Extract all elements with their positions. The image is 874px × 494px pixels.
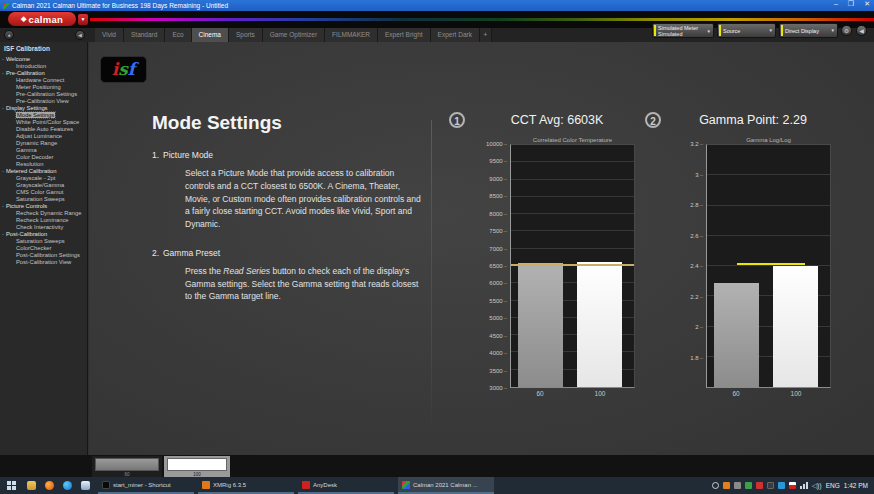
sidebar-item-check-interactivity[interactable]: Check Interactivity (0, 224, 87, 231)
gear-icon[interactable]: ⚙ (841, 25, 852, 36)
x-tick-label: 60 (732, 390, 739, 397)
collapse-sidebar-button[interactable]: ◀ (75, 30, 85, 40)
calman-icon (402, 481, 410, 489)
sidebar-item-metered-calibration[interactable]: -Metered Calibration (0, 168, 87, 175)
sidebar-item-colorchecker[interactable]: ColorChecker (0, 245, 87, 252)
sidebar-item-post-calibration-settings[interactable]: Post-Calibration Settings (0, 252, 87, 259)
sidebar-item-meter-positioning[interactable]: Meter Positioning (0, 84, 87, 91)
collapse-marker-icon: - (2, 105, 4, 111)
meter-dropdown[interactable]: Simulated Meter Simulated ▼ (652, 23, 714, 38)
sidebar-item-saturation-sweeps[interactable]: Saturation Sweeps (0, 196, 87, 203)
tab-eco[interactable]: Eco (165, 28, 191, 42)
y-tick-label: 9000 (489, 176, 507, 182)
y-tick-label: 3000 (489, 385, 507, 391)
tab-game-optimizer[interactable]: Game Optimizer (263, 28, 325, 42)
tab-vivid[interactable]: Vivid (95, 28, 124, 42)
tab-sports[interactable]: Sports (229, 28, 263, 42)
tab-filmmaker[interactable]: FILMMAKER (325, 28, 378, 42)
tab-cinema[interactable]: Cinema (192, 28, 229, 42)
sidebar-item-adjust-luminance[interactable]: Adjust Luminance (0, 133, 87, 140)
main-content: i s f Mode Settings 1. Picture Mode Sele… (89, 42, 874, 455)
sidebar-item-grayscale-gamma[interactable]: Grayscale/Gamma (0, 182, 87, 189)
sidebar-item-pre-calibration-settings[interactable]: Pre-Calibration Settings (0, 91, 87, 98)
taskbar-app-start-miner-shortcut[interactable]: start_miner - Shortcut (98, 477, 194, 494)
sidebar-item-post-calibration[interactable]: -Post-Calibration (0, 231, 87, 238)
hidden-icons-icon[interactable] (712, 482, 719, 489)
cct-average-readout: CCT Avg: 6603K (465, 113, 649, 127)
sidebar-item-pre-calibration-view[interactable]: Pre-Calibration View (0, 98, 87, 105)
sidebar-item-cms-color-gamut[interactable]: CMS Color Gamut (0, 189, 87, 196)
minimize-button[interactable]: – (834, 0, 838, 8)
chart-title: Correlated Color Temperature (510, 137, 635, 143)
firefox-button[interactable] (40, 477, 58, 494)
spectrum-stripe (90, 18, 874, 21)
sidebar-item-dynamic-range[interactable]: Dynamic Range (0, 140, 87, 147)
sidebar-item-saturation-sweeps[interactable]: Saturation Sweeps (0, 238, 87, 245)
sidebar-item-picture-controls[interactable]: -Picture Controls (0, 203, 87, 210)
xmrig-tray-icon[interactable] (723, 482, 730, 489)
sidebar-item-label: Metered Calibration (6, 168, 57, 174)
taskbar-app-calman-2021-calman[interactable]: Calman 2021 Calman ... (398, 477, 494, 494)
sidebar-item-display-settings[interactable]: -Display Settings (0, 105, 87, 112)
sidebar-item-label: Gamma (16, 147, 37, 153)
taskbar-app-xmrig-6-3-5[interactable]: XMRig 6.3.5 (198, 477, 294, 494)
step-number: 1. (152, 150, 163, 160)
sidebar-item-resolution[interactable]: Resolution (0, 161, 87, 168)
sidebar-item-welcome[interactable]: -Welcome (0, 56, 87, 63)
gray-pattern-swatch (95, 458, 159, 471)
tab-standard[interactable]: Standard (124, 28, 165, 42)
sidebar-item-recheck-luminance[interactable]: Recheck Luminance (0, 217, 87, 224)
sidebar-item-mode-settings[interactable]: Mode Settings (0, 112, 87, 119)
bar-60 (714, 283, 758, 387)
sidebar-item-disable-auto-features[interactable]: Disable Auto Features (0, 126, 87, 133)
sidebar-item-label: Pre-Calibration Settings (16, 91, 77, 97)
bar-60 (518, 263, 562, 387)
network-icon[interactable] (800, 482, 808, 489)
main-menu-dropdown-button[interactable]: ▼ (78, 14, 88, 25)
mail-button[interactable] (76, 477, 94, 494)
collapse-marker-icon: - (2, 168, 4, 174)
pattern-swatch-60[interactable]: 60 (92, 456, 162, 477)
tab-expert-bright[interactable]: Expert Bright (378, 28, 431, 42)
language-indicator[interactable]: ENG (826, 482, 840, 489)
taskbar-app-anydesk[interactable]: AnyDesk (298, 477, 394, 494)
calman-diamond-icon: ◈ (21, 15, 27, 23)
tray-icon-red[interactable] (756, 482, 763, 489)
bar-100 (577, 262, 621, 387)
y-tick-label: 2.8 (690, 202, 703, 208)
tray-icon-blue[interactable] (778, 482, 785, 489)
sidebar-item-recheck-dynamic-range[interactable]: Recheck Dynamic Range (0, 210, 87, 217)
step-title: Picture Mode (163, 150, 213, 160)
speaker-icon[interactable]: ◁)) (812, 482, 822, 489)
sidebar-item-gamma[interactable]: Gamma (0, 147, 87, 154)
tray-icon-green[interactable] (745, 482, 752, 489)
edge-button[interactable] (58, 477, 76, 494)
sidebar-item-label: CMS Color Gamut (16, 189, 63, 195)
sidebar-item-color-decoder[interactable]: Color Decoder (0, 154, 87, 161)
tray-icon-dark[interactable] (767, 482, 774, 489)
settings-button[interactable]: ● (4, 30, 14, 40)
tab-expert-dark[interactable]: Expert Dark (431, 28, 480, 42)
sidebar-item-white-point-color-space[interactable]: White Point/Color Space (0, 119, 87, 126)
sidebar-item-hardware-connect[interactable]: Hardware Connect (0, 77, 87, 84)
sidebar-item-grayscale-2pt[interactable]: Grayscale - 2pt (0, 175, 87, 182)
sidebar-item-pre-calibration[interactable]: -Pre-Calibration (0, 70, 87, 77)
sidebar-item-post-calibration-view[interactable]: Post-Calibration View (0, 259, 87, 266)
calman-logo-button[interactable]: ◈ calman (8, 12, 76, 26)
start-button[interactable] (0, 477, 22, 494)
anydesk-tray-icon[interactable] (789, 482, 796, 489)
sidebar-item-introduction[interactable]: Introduction (0, 63, 87, 70)
clock[interactable]: 1:42 PM (844, 482, 868, 489)
pattern-swatch-100[interactable]: 100 (164, 456, 230, 477)
close-button[interactable]: ✕ (864, 0, 870, 8)
tray-icon-gray[interactable] (734, 482, 741, 489)
source-dropdown[interactable]: Source ▼ (717, 23, 776, 38)
add-tab-button[interactable]: + (480, 28, 492, 42)
y-tick-label: 8500 (489, 193, 507, 199)
file-explorer-button[interactable] (22, 477, 40, 494)
collapse-toolbar-button[interactable]: ◀ (856, 25, 867, 36)
isf-logo: i s f (100, 56, 147, 83)
gridline (511, 248, 634, 249)
maximize-button[interactable]: ❒ (848, 0, 854, 8)
display-control-dropdown[interactable]: Direct Display Control ▼ (779, 23, 838, 38)
